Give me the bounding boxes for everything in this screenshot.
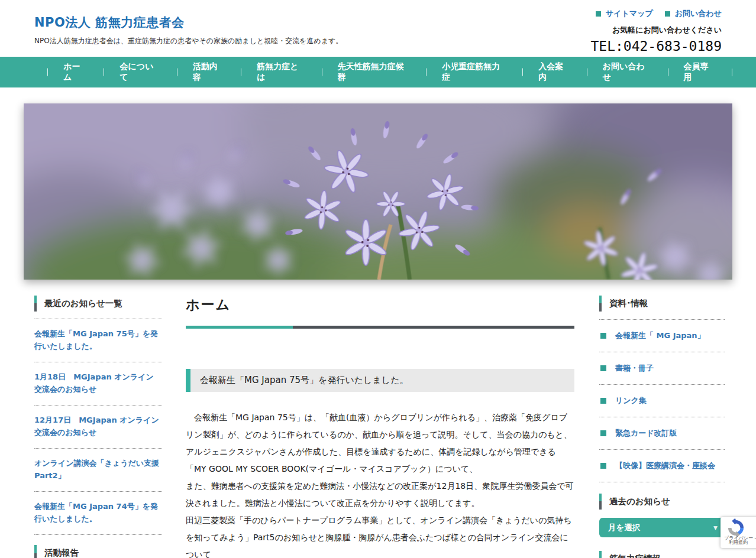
- past-news-heading: 過去のお知らせ: [599, 494, 725, 510]
- recent-news-list: 会報新生「MG Japan 75号」を発行いたしました。 1月18日 MGJap…: [34, 319, 162, 535]
- article-paragraph: また、難病患者への支援策を定めた難病法・小慢法などの改正案が12月18日、衆院厚…: [186, 478, 574, 512]
- sitemap-link[interactable]: サイトマップ: [596, 8, 653, 19]
- recaptcha-terms-label: 利用規約: [729, 540, 756, 545]
- recent-news-heading-label: 最近のお知らせ一覧: [44, 298, 122, 309]
- news-link[interactable]: 1月18日 MGJapan オンライン交流会のお知らせ: [34, 362, 162, 405]
- news-link[interactable]: 会報新生「MG Japan 74号」を発行いたしました。: [34, 492, 162, 535]
- left-sidebar: 最近のお知らせ一覧 会報新生「MG Japan 75号」を発行いたしました。 1…: [34, 296, 162, 558]
- news-link[interactable]: 12月17日 MGJapan オンライン交流会のお知らせ: [34, 405, 162, 449]
- square-bullet-icon: [600, 463, 606, 469]
- square-bullet-icon: [600, 333, 606, 339]
- contact-note: お気軽にお問い合わせください: [590, 25, 722, 35]
- article-paragraph: 会報新生「MG Japan 75号」は、「献血(血液）からグロブリンが作られる」…: [186, 409, 574, 478]
- resources-heading-label: 資料･情報: [609, 298, 648, 309]
- sitemap-link-label: サイトマップ: [606, 8, 653, 19]
- resource-link[interactable]: 書籍・冊子: [599, 352, 725, 385]
- heading-bar-icon: [599, 494, 602, 510]
- recaptcha-badge[interactable]: プライバシー - 利用規約: [721, 517, 756, 548]
- main-nav: ホーム 会について 活動内容 筋無力症とは 先天性筋無力症候群 小児重症筋無力症…: [0, 57, 756, 87]
- nav-item-join[interactable]: 入会案内: [522, 57, 586, 87]
- article-paragraph: 田辺三菱製薬「手のひらパートナープログラム事業」として、オンライン講演会「きょう…: [186, 512, 574, 558]
- page-title: ホーム: [186, 296, 574, 314]
- recaptcha-privacy-terms[interactable]: プライバシー - 利用規約: [724, 536, 756, 545]
- nav-item-home[interactable]: ホーム: [47, 57, 104, 87]
- resource-link-label: 【映像】医療講演会・座談会: [615, 460, 715, 471]
- main-content: ホーム 会報新生「MG Japan 75号」を発行いたしました。 会報新生「MG…: [186, 296, 574, 558]
- phone-number: TEL:042-683-0189: [590, 38, 722, 54]
- month-select-dropdown[interactable]: 月を選択 ▼: [599, 518, 725, 537]
- nav-list: ホーム 会について 活動内容 筋無力症とは 先天性筋無力症候群 小児重症筋無力症…: [24, 57, 732, 87]
- mg-info-heading: 筋無力症情報: [599, 551, 725, 558]
- square-bullet-icon: [600, 430, 606, 436]
- title-underline: [186, 326, 574, 329]
- activity-report-heading-label: 活動報告: [44, 547, 79, 558]
- resources-list: 会報新生「 MG Japan」 書籍・冊子 リンク集 緊急カード改訂版 【映像】…: [599, 319, 725, 482]
- contact-link-label: お問い合わせ: [675, 8, 722, 19]
- resource-link-label: 会報新生「 MG Japan」: [615, 330, 705, 341]
- contact-link[interactable]: お問い合わせ: [665, 8, 722, 19]
- header-contact: サイトマップ お問い合わせ お気軽にお問い合わせください TEL:042-683…: [590, 7, 722, 54]
- right-sidebar: 資料･情報 会報新生「 MG Japan」 書籍・冊子 リンク集 緊急カード改訂…: [599, 296, 725, 558]
- resources-heading: 資料･情報: [599, 296, 725, 312]
- heading-bar-icon: [599, 551, 602, 558]
- heading-bar-icon: [34, 545, 37, 558]
- square-bullet-icon: [600, 398, 606, 404]
- nav-item-myasthenia[interactable]: 筋無力症とは: [241, 57, 321, 87]
- site-tagline: NPO法人筋無力症患者会は、重症筋無力症の患者やその家族の励ましと親睦・交流を進…: [34, 36, 343, 46]
- resource-link[interactable]: リンク集: [599, 385, 725, 417]
- square-bullet-icon: [665, 11, 670, 17]
- heading-bar-icon: [34, 296, 37, 312]
- nav-item-congenital[interactable]: 先天性筋無力症候群: [322, 57, 427, 87]
- resource-link[interactable]: 緊急カード改訂版: [599, 417, 725, 450]
- resource-link-label: 緊急カード改訂版: [615, 428, 677, 439]
- nav-item-about[interactable]: 会について: [104, 57, 176, 87]
- site-header: NPO法人 筋無力症患者会 NPO法人筋無力症患者会は、重症筋無力症の患者やその…: [0, 0, 756, 57]
- nav-item-contact[interactable]: お問い合わせ: [587, 57, 668, 87]
- recent-news-heading: 最近のお知らせ一覧: [34, 296, 162, 312]
- nav-item-members[interactable]: 会員専用: [668, 57, 732, 87]
- notice-banner: 会報新生「MG Japan 75号」を発行いたしました。: [186, 369, 574, 392]
- nav-separator: [732, 69, 732, 76]
- recaptcha-icon: [726, 518, 745, 537]
- square-bullet-icon: [600, 365, 606, 371]
- header-top-links: サイトマップ お問い合わせ: [590, 8, 722, 19]
- resource-link-label: リンク集: [615, 395, 647, 406]
- mg-info-heading-label: 筋無力症情報: [609, 553, 661, 558]
- month-select-label: 月を選択: [608, 523, 640, 533]
- resource-link[interactable]: 【映像】医療講演会・座談会: [599, 450, 725, 482]
- page: { "header": { "site_title": "NPO法人 筋無力症患…: [0, 0, 756, 558]
- agapanthus-photo: [24, 103, 732, 280]
- square-bullet-icon: [596, 11, 601, 17]
- nav-item-pediatric[interactable]: 小児重症筋無力症: [426, 57, 522, 87]
- heading-bar-icon: [599, 296, 602, 312]
- hero-flower-image: [24, 103, 732, 280]
- chevron-down-icon: ▼: [713, 525, 718, 531]
- news-link[interactable]: オンライン講演会「きょうだい支援Part2」: [34, 449, 162, 492]
- news-link[interactable]: 会報新生「MG Japan 75号」を発行いたしました。: [34, 319, 162, 362]
- site-title[interactable]: NPO法人 筋無力症患者会: [34, 14, 343, 31]
- brand-block: NPO法人 筋無力症患者会 NPO法人筋無力症患者会は、重症筋無力症の患者やその…: [34, 7, 343, 46]
- nav-item-activities[interactable]: 活動内容: [177, 57, 241, 87]
- past-news-heading-label: 過去のお知らせ: [609, 496, 670, 507]
- article-body: 会報新生「MG Japan 75号」は、「献血(血液）からグロブリンが作られる」…: [186, 409, 574, 558]
- activity-report-heading: 活動報告: [34, 545, 162, 558]
- resource-link-label: 書籍・冊子: [615, 363, 654, 374]
- resource-link[interactable]: 会報新生「 MG Japan」: [599, 320, 725, 352]
